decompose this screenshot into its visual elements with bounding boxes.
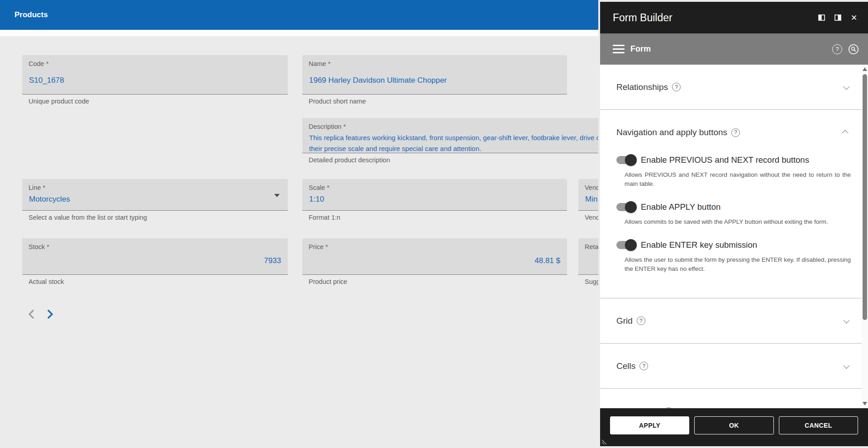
toggle-prev-next-group: Enable PREVIOUS and NEXT record buttons … bbox=[616, 155, 848, 189]
dock-left-button[interactable] bbox=[817, 14, 825, 22]
chevron-up-icon bbox=[842, 130, 849, 136]
section-navigation-title: Navigation and apply buttons bbox=[616, 127, 727, 137]
search-button[interactable] bbox=[848, 44, 859, 55]
name-label: Name * bbox=[309, 60, 330, 67]
price-label: Price * bbox=[309, 243, 328, 250]
description-label: Description * bbox=[309, 123, 346, 130]
toggle-knob bbox=[625, 201, 637, 213]
code-label: Code * bbox=[29, 60, 48, 67]
apply-toggle-description: Allows commits to be saved with the APPL… bbox=[625, 217, 851, 226]
help-button[interactable]: ? bbox=[832, 44, 842, 54]
hamburger-icon bbox=[613, 45, 625, 46]
relationships-help-icon[interactable]: ? bbox=[672, 83, 681, 91]
panel-scrollbar[interactable] bbox=[862, 65, 868, 408]
section-cells[interactable]: Cells ? bbox=[600, 344, 862, 389]
chevron-down-icon bbox=[843, 362, 849, 368]
navigation-help-icon[interactable]: ? bbox=[731, 128, 740, 137]
line-helper: Select a value from the list or start ty… bbox=[29, 214, 288, 221]
search-icon bbox=[848, 44, 859, 55]
chevron-down-icon bbox=[843, 317, 849, 323]
menu-button[interactable] bbox=[613, 45, 625, 53]
chevron-left-icon bbox=[25, 307, 38, 321]
section-field-layout[interactable]: Field layout ? bbox=[600, 389, 862, 408]
dock-left-icon bbox=[818, 14, 825, 21]
previous-record-button[interactable] bbox=[25, 307, 38, 321]
resize-handle-icon[interactable] bbox=[601, 439, 607, 445]
section-navigation-header[interactable]: Navigation and apply buttons ? bbox=[616, 110, 848, 155]
toggle-knob bbox=[625, 154, 637, 166]
toggle-enter-group: Enable ENTER key submission Allows the u… bbox=[616, 240, 848, 274]
enter-key-toggle[interactable] bbox=[616, 241, 635, 249]
cancel-button[interactable]: CANCEL bbox=[779, 416, 858, 434]
chevron-right-icon bbox=[43, 307, 57, 321]
cells-help-icon[interactable]: ? bbox=[639, 362, 648, 370]
panel-titlebar: Form Builder ✕ bbox=[600, 2, 868, 33]
panel-bottombar: APPLY OK CANCEL bbox=[600, 408, 868, 446]
enter-toggle-label: Enable ENTER key submission bbox=[641, 240, 757, 250]
page-title: Products bbox=[14, 10, 48, 19]
section-relationships-title: Relationships bbox=[616, 82, 668, 92]
name-helper: Product short name bbox=[309, 98, 567, 105]
toggle-apply-group: Enable APPLY button Allows commits to be… bbox=[616, 202, 848, 226]
dock-right-button[interactable] bbox=[834, 14, 842, 22]
form-builder-panel: Form Builder ✕ Form ? bbox=[598, 0, 868, 448]
section-grid-title: Grid bbox=[616, 316, 633, 326]
section-relationships[interactable]: Relationships ? bbox=[600, 65, 862, 110]
code-field[interactable]: Code * S10_1678 Unique product code bbox=[22, 55, 288, 105]
section-cells-title: Cells bbox=[616, 361, 635, 371]
apply-button-toggle[interactable] bbox=[616, 203, 635, 211]
scale-helper: Format 1:n bbox=[309, 214, 567, 221]
scale-label: Scale * bbox=[309, 184, 329, 191]
prev-next-toggle-description: Allows PREVIOUS and NEXT record navigati… bbox=[625, 170, 851, 189]
ok-button[interactable]: OK bbox=[694, 416, 773, 434]
line-field[interactable]: Line * Motorcycles Select a value from t… bbox=[22, 179, 288, 221]
stock-label: Stock * bbox=[29, 243, 49, 250]
scroll-up-icon[interactable] bbox=[863, 67, 867, 71]
price-helper: Product price bbox=[309, 278, 567, 285]
panel-formbar: Form ? bbox=[600, 33, 868, 65]
chevron-down-icon bbox=[843, 83, 849, 90]
help-icon: ? bbox=[835, 46, 839, 52]
toggle-knob bbox=[625, 239, 637, 251]
close-panel-button[interactable]: ✕ bbox=[850, 14, 858, 22]
stock-field[interactable]: Stock * 7933 Actual stock bbox=[22, 238, 288, 285]
scale-field[interactable]: Scale * 1:10 Format 1:n bbox=[302, 179, 567, 221]
dock-right-icon bbox=[835, 14, 841, 21]
line-label: Line * bbox=[29, 184, 45, 191]
prev-next-toggle-label: Enable PREVIOUS and NEXT record buttons bbox=[641, 155, 809, 165]
price-value[interactable]: 48.81 $ bbox=[534, 256, 560, 265]
section-navigation: Navigation and apply buttons ? Enable PR… bbox=[600, 110, 862, 298]
code-value[interactable]: S10_1678 bbox=[29, 76, 64, 85]
stock-value[interactable]: 7933 bbox=[264, 256, 281, 265]
scale-value[interactable]: 1:10 bbox=[309, 195, 324, 204]
close-icon: ✕ bbox=[851, 14, 857, 22]
next-record-button[interactable] bbox=[43, 307, 57, 321]
enter-toggle-description: Allows the user to submit the form by pr… bbox=[625, 255, 851, 274]
name-field[interactable]: Name * 1969 Harley Davidson Ultimate Cho… bbox=[302, 55, 567, 105]
price-field[interactable]: Price * 48.81 $ Product price bbox=[302, 238, 567, 285]
line-dropdown-caret-icon[interactable] bbox=[274, 194, 280, 197]
grid-help-icon[interactable]: ? bbox=[637, 316, 645, 325]
prev-next-toggle[interactable] bbox=[616, 156, 635, 164]
apply-toggle-label: Enable APPLY button bbox=[641, 202, 720, 212]
apply-button[interactable]: APPLY bbox=[610, 416, 689, 434]
formbar-title: Form bbox=[630, 44, 832, 54]
stock-helper: Actual stock bbox=[29, 278, 288, 285]
name-value[interactable]: 1969 Harley Davidson Ultimate Chopper bbox=[309, 76, 447, 85]
code-helper: Unique product code bbox=[29, 98, 288, 105]
panel-content: Relationships ? Navigation and apply but… bbox=[600, 65, 868, 408]
scroll-down-icon[interactable] bbox=[863, 402, 867, 406]
line-value[interactable]: Motorcycles bbox=[29, 195, 70, 204]
scrollbar-thumb[interactable] bbox=[863, 74, 867, 320]
section-grid[interactable]: Grid ? bbox=[600, 298, 862, 344]
panel-title: Form Builder bbox=[613, 12, 817, 24]
